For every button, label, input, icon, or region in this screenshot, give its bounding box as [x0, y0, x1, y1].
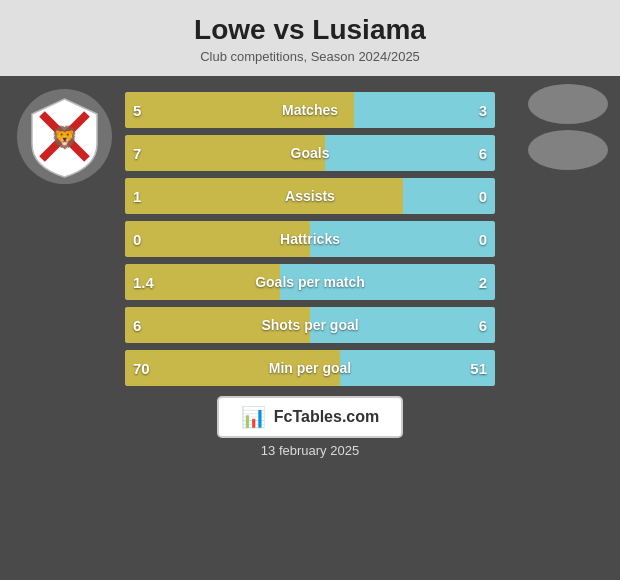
stat-value-left: 0	[133, 231, 141, 248]
stat-value-right: 0	[479, 231, 487, 248]
stat-label: Hattricks	[280, 231, 340, 247]
svg-text:🦁: 🦁	[51, 124, 79, 151]
stat-row: Matches53	[125, 92, 495, 128]
stat-value-right: 6	[479, 317, 487, 334]
page-title-bar: Lowe vs Lusiama Club competitions, Seaso…	[0, 0, 620, 76]
stats-container: Matches53Goals76Assists10Hattricks00Goal…	[125, 92, 495, 386]
stat-row: Hattricks00	[125, 221, 495, 257]
stat-row: Goals per match1.42	[125, 264, 495, 300]
stat-label: Goals per match	[255, 274, 365, 290]
stat-value-right: 0	[479, 188, 487, 205]
stat-value-right: 51	[470, 360, 487, 377]
stat-label: Assists	[285, 188, 335, 204]
stat-bar-left	[125, 178, 403, 214]
stat-value-left: 5	[133, 102, 141, 119]
stat-label: Matches	[282, 102, 338, 118]
main-content: 🦁 Matches53Goals76Assists10Hattricks00Go…	[0, 76, 620, 580]
stat-label: Min per goal	[269, 360, 351, 376]
stat-row: Shots per goal66	[125, 307, 495, 343]
right-ellipse-2	[528, 130, 608, 170]
stat-bar-right	[354, 92, 495, 128]
stat-row: Goals76	[125, 135, 495, 171]
stat-label: Shots per goal	[261, 317, 358, 333]
stat-label: Goals	[291, 145, 330, 161]
fctables-label: FcTables.com	[274, 408, 380, 426]
stat-value-left: 7	[133, 145, 141, 162]
main-title: Lowe vs Lusiama	[0, 14, 620, 46]
stat-value-right: 2	[479, 274, 487, 291]
fctables-chart-icon: 📊	[241, 405, 266, 429]
fctables-banner[interactable]: 📊 FcTables.com	[217, 396, 404, 438]
club-badge-icon: 🦁	[17, 89, 112, 184]
stat-row: Assists10	[125, 178, 495, 214]
stat-bar-right	[325, 135, 495, 171]
stat-row: Min per goal7051	[125, 350, 495, 386]
subtitle: Club competitions, Season 2024/2025	[0, 49, 620, 72]
right-avatar-area	[528, 84, 608, 170]
stat-value-right: 3	[479, 102, 487, 119]
stat-value-left: 6	[133, 317, 141, 334]
stat-value-right: 6	[479, 145, 487, 162]
left-badge-area: 🦁	[12, 84, 117, 189]
stat-value-left: 1.4	[133, 274, 154, 291]
stat-value-left: 70	[133, 360, 150, 377]
stat-value-left: 1	[133, 188, 141, 205]
footer-date: 13 february 2025	[261, 443, 359, 458]
right-ellipse-1	[528, 84, 608, 124]
